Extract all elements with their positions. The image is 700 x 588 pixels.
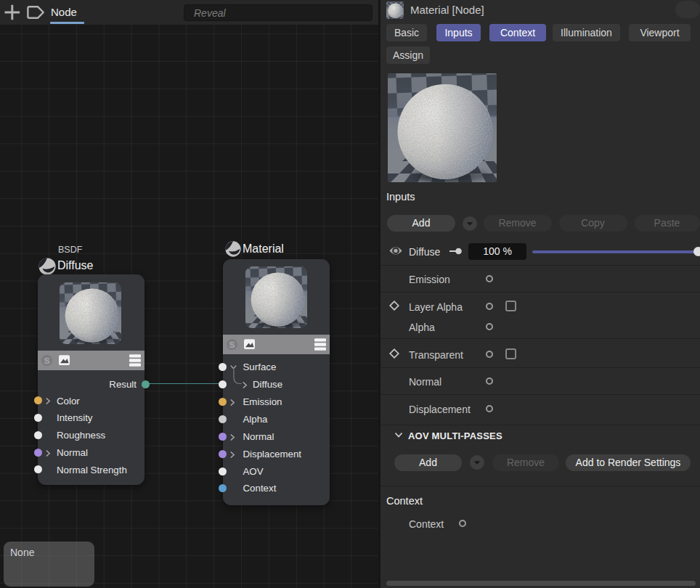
svg-text:S: S (229, 340, 235, 349)
svg-text:S: S (44, 356, 50, 365)
